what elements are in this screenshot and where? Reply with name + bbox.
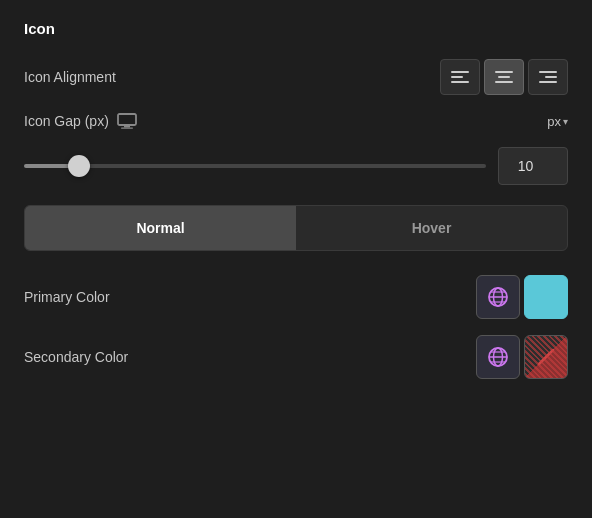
svg-rect-10 bbox=[124, 125, 130, 128]
svg-rect-11 bbox=[121, 128, 133, 129]
secondary-color-row: Secondary Color bbox=[24, 335, 568, 379]
icon-alignment-label: Icon Alignment bbox=[24, 69, 116, 85]
globe-icon-secondary bbox=[487, 346, 509, 368]
tab-hover[interactable]: Hover bbox=[296, 206, 567, 250]
svg-line-22 bbox=[539, 350, 553, 364]
gap-slider-row bbox=[24, 147, 568, 185]
svg-rect-8 bbox=[539, 81, 557, 83]
svg-rect-5 bbox=[495, 81, 513, 83]
align-right-button[interactable] bbox=[528, 59, 568, 95]
icon-gap-row: Icon Gap (px) px ▾ bbox=[24, 113, 568, 129]
primary-color-label: Primary Color bbox=[24, 289, 110, 305]
gap-number-input[interactable] bbox=[498, 147, 568, 185]
svg-rect-7 bbox=[545, 76, 557, 78]
secondary-color-global-button[interactable] bbox=[476, 335, 520, 379]
unit-label: px bbox=[547, 114, 561, 129]
svg-rect-4 bbox=[498, 76, 510, 78]
align-left-button[interactable] bbox=[440, 59, 480, 95]
section-title: Icon bbox=[24, 20, 568, 37]
gap-slider[interactable] bbox=[24, 164, 486, 168]
monitor-icon bbox=[117, 113, 137, 129]
secondary-color-controls bbox=[476, 335, 568, 379]
align-center-button[interactable] bbox=[484, 59, 524, 95]
alignment-buttons-group bbox=[440, 59, 568, 95]
diagonal-slash-icon bbox=[535, 346, 557, 368]
primary-color-controls bbox=[476, 275, 568, 319]
unit-select[interactable]: px ▾ bbox=[547, 114, 568, 129]
primary-color-picker-button[interactable] bbox=[524, 275, 568, 319]
chevron-down-icon: ▾ bbox=[563, 116, 568, 127]
svg-rect-6 bbox=[539, 71, 557, 73]
icon-gap-label: Icon Gap (px) bbox=[24, 113, 137, 129]
svg-rect-3 bbox=[495, 71, 513, 73]
icon-alignment-row: Icon Alignment bbox=[24, 59, 568, 95]
svg-rect-2 bbox=[451, 81, 469, 83]
svg-rect-1 bbox=[451, 76, 463, 78]
svg-rect-0 bbox=[451, 71, 469, 73]
primary-color-row: Primary Color bbox=[24, 275, 568, 319]
globe-icon bbox=[487, 286, 509, 308]
primary-color-global-button[interactable] bbox=[476, 275, 520, 319]
secondary-color-picker-button[interactable] bbox=[524, 335, 568, 379]
tab-normal[interactable]: Normal bbox=[25, 206, 296, 250]
svg-rect-9 bbox=[118, 114, 136, 125]
secondary-color-label: Secondary Color bbox=[24, 349, 128, 365]
state-tabs: Normal Hover bbox=[24, 205, 568, 251]
